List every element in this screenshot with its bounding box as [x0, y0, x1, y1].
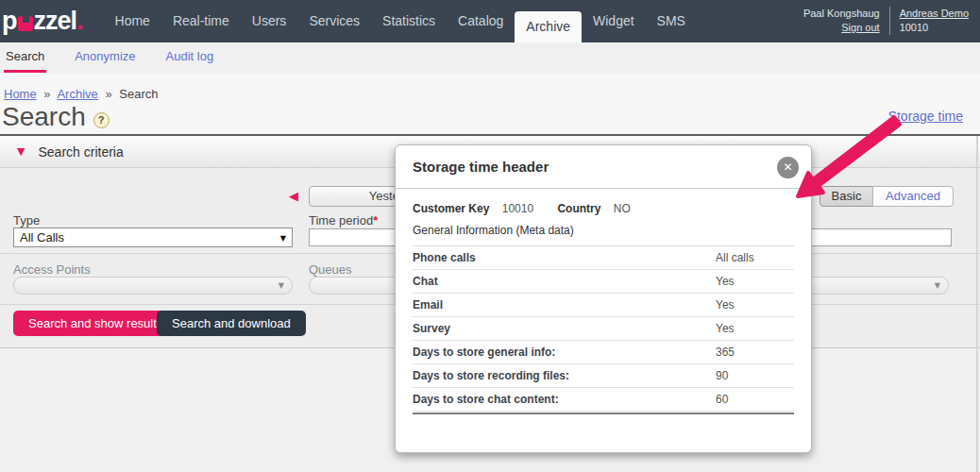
- breadcrumb: Home » Archive » Search: [4, 87, 159, 101]
- logo-text-p: p: [2, 0, 17, 42]
- collapse-caret-icon: ▼: [17, 145, 25, 158]
- view-basic-button[interactable]: Basic: [819, 186, 873, 207]
- nav-item-catalog[interactable]: Catalog: [447, 0, 515, 42]
- customer-meta-line: Customer Key 10010 Country NO: [413, 202, 794, 215]
- search-download-button[interactable]: Search and download: [157, 311, 306, 336]
- type-label: Type: [13, 213, 40, 228]
- row-value: 365: [716, 346, 735, 359]
- archive-search-page: p zzel . Home Real-time Users Services S…: [0, 0, 980, 472]
- puzzel-logo[interactable]: p zzel .: [2, 0, 83, 42]
- country-value: NO: [614, 202, 631, 215]
- logo-text-rest: zzel: [34, 0, 77, 42]
- nav-item-archive[interactable]: Archive: [515, 11, 582, 42]
- view-advanced-button[interactable]: Advanced: [872, 186, 954, 207]
- storage-settings-table: Phone calls All calls Chat Yes Email Yes…: [413, 245, 794, 414]
- storage-time-modal: Storage time header ✕ Customer Key 10010…: [395, 144, 812, 453]
- period-prev-icon[interactable]: ◀: [289, 189, 298, 203]
- row-label: Survey: [413, 322, 716, 335]
- dropdown-arrow-icon: ▼: [280, 229, 286, 247]
- row-value: 60: [716, 393, 728, 406]
- nav-item-real-time[interactable]: Real-time: [161, 0, 241, 42]
- table-row: Days to store general info: 365: [413, 341, 794, 364]
- modal-close-icon[interactable]: ✕: [777, 157, 799, 178]
- breadcrumb-current: Search: [119, 87, 158, 101]
- help-icon[interactable]: ?: [93, 112, 110, 128]
- nav-item-statistics[interactable]: Statistics: [371, 0, 447, 42]
- subnav-tab-anonymize[interactable]: Anonymize: [73, 42, 137, 73]
- table-row: Email Yes: [413, 294, 794, 317]
- nav-item-users[interactable]: Users: [241, 0, 298, 42]
- customer-key-value: 10010: [502, 202, 533, 215]
- row-label: Days to store recording files:: [413, 369, 716, 382]
- row-label: Days to store general info:: [413, 346, 716, 359]
- row-value: Yes: [716, 298, 735, 312]
- dropdown-arrow-icon: ▼: [935, 278, 940, 295]
- row-label: Days to store chat content:: [413, 393, 716, 406]
- row-label: Phone calls: [413, 251, 716, 264]
- modal-body: Customer Key 10010 Country NO General In…: [396, 189, 811, 414]
- search-show-result-button[interactable]: Search and show result: [13, 311, 172, 336]
- title-row: Search ?: [2, 102, 110, 132]
- main-menu: Home Real-time Users Services Statistics…: [104, 0, 697, 42]
- country-label: Country: [557, 202, 600, 215]
- type-select-value: All Calls: [20, 230, 64, 244]
- nav-item-services[interactable]: Services: [297, 0, 371, 42]
- table-row: Phone calls All calls: [413, 246, 794, 270]
- subnav-tab-audit-log[interactable]: Audit log: [164, 42, 216, 73]
- breadcrumb-home-link[interactable]: Home: [4, 87, 37, 101]
- user-name: Paal Kongshaug: [803, 7, 880, 21]
- table-row: Survey Yes: [413, 317, 794, 341]
- row-value: 90: [716, 369, 728, 382]
- customer-key-label: Customer Key: [413, 202, 489, 215]
- user-panel: Paal Kongshaug Sign out Andreas Demo 100…: [803, 7, 969, 35]
- puzzel-u-icon: [18, 16, 33, 31]
- modal-header: Storage time header ✕: [396, 145, 811, 189]
- page-title: Search: [2, 102, 86, 132]
- nav-item-home[interactable]: Home: [104, 0, 161, 42]
- logo-dot: .: [76, 0, 83, 42]
- modal-title: Storage time header: [413, 159, 549, 175]
- access-points-select: ▼: [13, 277, 293, 295]
- nav-item-sms[interactable]: SMS: [646, 0, 697, 42]
- account-link[interactable]: Andreas Demo: [900, 7, 969, 21]
- sign-out-link[interactable]: Sign out: [803, 21, 880, 35]
- row-value: Yes: [716, 322, 735, 335]
- archive-subnav: Search Anonymize Audit log: [0, 42, 980, 73]
- queues-label: Queues: [309, 262, 352, 277]
- table-bottom-rule: [413, 413, 794, 414]
- required-asterisk: *: [373, 213, 378, 228]
- nav-item-widget[interactable]: Widget: [582, 0, 646, 42]
- row-value: All calls: [716, 251, 754, 264]
- row-value: Yes: [716, 275, 735, 288]
- header-strip: [0, 73, 980, 134]
- table-row: Days to store recording files: 90: [413, 364, 794, 388]
- breadcrumb-archive-link[interactable]: Archive: [57, 87, 97, 101]
- table-row: Chat Yes: [413, 270, 794, 294]
- customer-number: 10010: [900, 21, 969, 35]
- table-row: Days to store chat content: 60: [413, 388, 794, 412]
- search-criteria-title: Search criteria: [38, 144, 123, 160]
- storage-time-link[interactable]: Storage time: [888, 109, 963, 124]
- type-select[interactable]: All Calls ▼: [13, 228, 293, 247]
- time-period-label: Time period*: [309, 213, 378, 228]
- access-points-label: Access Points: [13, 262, 91, 277]
- modal-section-header: General Information (Meta data): [413, 224, 794, 237]
- breadcrumb-separator: »: [43, 87, 50, 101]
- top-navbar: p zzel . Home Real-time Users Services S…: [0, 0, 980, 42]
- breadcrumb-separator: »: [105, 87, 111, 101]
- row-label: Email: [413, 298, 716, 312]
- panel-right-edge: [976, 136, 978, 472]
- dropdown-arrow-icon: ▼: [279, 278, 284, 295]
- row-label: Chat: [413, 275, 716, 288]
- subnav-tab-search[interactable]: Search: [4, 42, 46, 73]
